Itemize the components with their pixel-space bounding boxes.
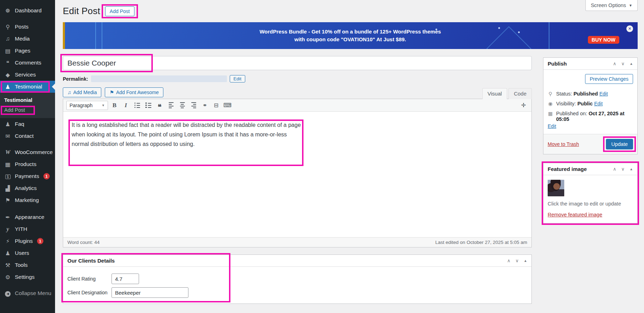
screen-options-button[interactable]: Screen Options ▼ [585, 0, 638, 11]
move-up-icon[interactable]: ∧ [613, 166, 616, 172]
fullscreen-icon[interactable]: ✛ [519, 101, 528, 110]
tab-code[interactable]: Code [508, 88, 532, 99]
sidebar-item-payments[interactable]: $ Payments 1 [0, 170, 55, 182]
sidebar-item-label: Services [15, 72, 36, 78]
sidebar-item-products[interactable]: ▦ Products [0, 158, 55, 170]
move-up-icon[interactable]: ∧ [507, 258, 511, 263]
align-center-icon[interactable] [177, 101, 187, 110]
bullet-list-icon[interactable] [132, 101, 142, 110]
metabox-header[interactable]: Our Clients Details ∧ ∨ ▲ [63, 255, 531, 267]
editor-toolbar: Paragraph ▼ B I ❝ [63, 99, 531, 112]
sidebar-item-services[interactable]: ◆ Services [0, 69, 55, 81]
published-label: Published on: [556, 111, 587, 116]
post-title-input[interactable] [63, 56, 532, 70]
screen-options-label: Screen Options [591, 2, 626, 8]
update-button[interactable]: Update [606, 139, 633, 149]
add-media-button[interactable]: ♫ Add Media [63, 87, 101, 97]
sidebar-item-analytics[interactable]: ▟ Analytics [0, 182, 55, 194]
sidebar-item-posts[interactable]: ⚲ Posts [0, 21, 55, 33]
toggle-panel-icon[interactable]: ▲ [630, 62, 633, 66]
visibility-label: Visibility: [556, 101, 576, 106]
close-icon[interactable]: ✕ [626, 25, 633, 32]
sidebar-item-label: Posts [15, 24, 29, 30]
sidebar-item-testimonial[interactable]: ♟ Testimonial [0, 81, 55, 93]
edit-visibility-link[interactable]: Edit [594, 101, 603, 106]
sidebar-item-contact[interactable]: ✉ Contact [0, 130, 55, 142]
banner-decoration [102, 22, 102, 49]
edit-status-link[interactable]: Edit [600, 91, 608, 97]
visibility-row: ◉ Visibility: Public Edit [548, 101, 633, 106]
add-font-awesome-button[interactable]: ⚑ Add Font Awesome [105, 87, 163, 97]
submenu-item-add-post[interactable]: Add Post [0, 105, 55, 115]
tab-visual[interactable]: Visual [482, 88, 507, 99]
sidebar-item-marketing[interactable]: ⚑ Marketing [0, 194, 55, 206]
submenu-item-testimonial[interactable]: Testimonial [0, 95, 55, 105]
permalink-edit-button[interactable]: Edit [230, 75, 245, 82]
move-down-icon[interactable]: ∨ [621, 61, 625, 66]
link-icon[interactable]: ⚭ [200, 101, 210, 110]
permalink-label: Permalink: [63, 76, 88, 82]
sidebar-item-users[interactable]: ♟ Users [0, 247, 55, 259]
sidebar-item-settings[interactable]: ⚙ Settings [0, 271, 55, 283]
collapse-menu-icon: ◀ [4, 290, 12, 297]
status-text: Status: Published Edit [556, 91, 608, 97]
toggle-panel-icon[interactable]: ▲ [524, 259, 527, 263]
publish-header[interactable]: Publish ∧ ∨ ▲ [543, 58, 637, 70]
buy-now-button[interactable]: BUY NOW [588, 36, 619, 44]
client-rating-row: Client Rating [67, 274, 527, 284]
move-down-icon[interactable]: ∨ [621, 166, 625, 172]
publish-title: Publish [548, 61, 567, 67]
edit-published-link[interactable]: Edit [548, 123, 633, 129]
contact-icon: ✉ [4, 133, 12, 140]
sidebar-item-yith[interactable]: y YITH [0, 223, 55, 235]
featured-image-header[interactable]: Featured image ∧ ∨ ▲ [543, 163, 637, 175]
sidebar-item-collapse-menu[interactable]: ◀ Collapse Menu [0, 287, 55, 299]
add-post-button[interactable]: Add Post [105, 6, 134, 16]
more-tag-icon[interactable]: ⊟ [211, 101, 221, 110]
featured-image-title: Featured image [548, 166, 587, 172]
move-up-icon[interactable]: ∧ [613, 61, 616, 66]
sidebar-item-label: Pages [15, 48, 30, 54]
sidebar-item-dashboard[interactable]: ☸ Dashboard [0, 5, 55, 17]
sidebar-item-woocommerce[interactable]: W WooCommerce [0, 146, 55, 158]
numbered-list-icon[interactable] [144, 101, 153, 110]
align-left-icon[interactable] [166, 101, 176, 110]
client-designation-input[interactable] [112, 287, 188, 298]
client-rating-input[interactable] [112, 274, 139, 284]
sidebar-separator [0, 206, 55, 211]
testimonial-icon: ♟ [4, 84, 12, 90]
add-media-label: Add Media [73, 90, 97, 95]
sidebar-item-tools[interactable]: ⚒ Tools [0, 259, 55, 271]
featured-image-thumbnail[interactable] [548, 180, 564, 196]
client-rating-label: Client Rating [67, 276, 112, 282]
sidebar-item-appearance[interactable]: ✒ Appearance [0, 211, 55, 223]
sidebar-item-label: Tools [15, 262, 28, 268]
italic-icon[interactable]: I [121, 101, 131, 110]
move-down-icon[interactable]: ∨ [516, 258, 519, 263]
payments-count-badge: 1 [43, 173, 50, 179]
move-to-trash-link[interactable]: Move to Trash [548, 141, 579, 147]
metabox-body: Client Rating Client Designation [63, 267, 531, 303]
toggle-panel-icon[interactable]: ▲ [630, 167, 633, 171]
editor-status-bar: Word count: 44 Last edited on October 27… [63, 237, 531, 247]
sidebar-item-media[interactable]: ♫ Media [0, 33, 55, 45]
pin-icon: ⚲ [548, 91, 553, 97]
sidebar-item-label: Media [15, 36, 30, 42]
sidebar-item-faq[interactable]: ♟ Faq [0, 118, 55, 130]
align-right-icon[interactable] [189, 101, 198, 110]
featured-image-panel: Featured image ∧ ∨ ▲ Click the image to … [543, 163, 638, 223]
post-content-paragraph: It is a long established fact that a rea… [72, 120, 302, 149]
chevron-down-icon: ▼ [629, 4, 632, 7]
sidebar-item-plugins[interactable]: ⚡ Plugins 1 [0, 235, 55, 247]
paragraph-format-dropdown[interactable]: Paragraph ▼ [66, 101, 108, 110]
sidebar-item-label: Marketing [15, 197, 39, 203]
editor-top-row: ♫ Add Media ⚑ Add Font Awesome Visual Co… [63, 86, 532, 99]
preview-changes-button[interactable]: Preview Changes [585, 74, 633, 84]
editor-content-area[interactable]: It is a long established fact that a rea… [63, 112, 531, 237]
bold-icon[interactable]: B [110, 101, 119, 110]
remove-featured-image-link[interactable]: Remove featured image [548, 212, 602, 217]
blockquote-icon[interactable]: ❝ [155, 101, 164, 110]
sidebar-item-comments[interactable]: ❝ Comments [0, 57, 55, 69]
sidebar-item-pages[interactable]: ▤ Pages [0, 45, 55, 57]
keyboard-icon[interactable]: ⌨ [223, 101, 232, 110]
